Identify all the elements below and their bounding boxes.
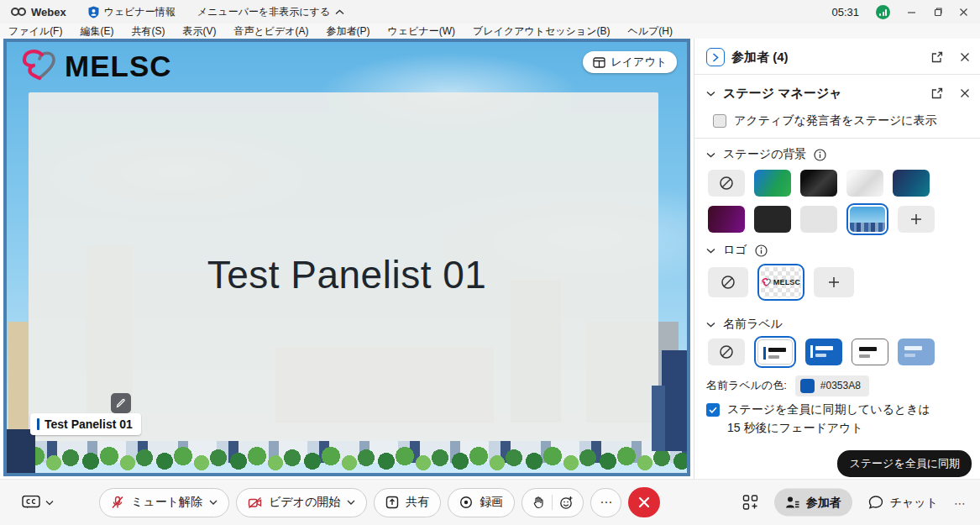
name-label-none-swatch[interactable] [708,339,745,365]
chevron-down-icon[interactable] [706,152,715,158]
share-screen-icon [385,496,399,509]
background-none-swatch[interactable] [708,170,745,197]
apps-button[interactable] [742,495,758,511]
hide-menubar-button[interactable]: メニューバーを非表示にする [197,5,344,19]
chevron-right-icon [712,53,719,62]
add-logo-button[interactable] [814,267,854,297]
minimize-button[interactable] [907,8,916,17]
active-speaker-label: アクティブな発言者をステージに表示 [734,113,937,129]
record-button[interactable]: 録画 [448,488,515,517]
none-icon [719,176,734,191]
label-color-chip [800,379,815,393]
plus-icon [828,276,840,288]
chat-button[interactable]: チャット [868,495,938,510]
start-video-label: ビデオの開始 [269,495,340,510]
background-white-swatch[interactable] [846,170,883,197]
close-panel-button[interactable] [960,52,970,62]
background-black-swatch[interactable] [800,170,837,197]
menu-participants[interactable]: 参加者(P) [327,24,370,39]
pencil-icon [116,398,126,408]
skyline-foreground [7,434,687,473]
info-icon[interactable] [755,244,768,257]
logo-melsc-swatch-selected[interactable]: MELSC [757,264,804,301]
melsc-heart-icon [20,49,59,84]
webinar-info-label: ウェビナー情報 [104,5,176,19]
menu-audio-video[interactable]: 音声とビデオ(A) [233,24,308,39]
chevron-down-icon [347,500,355,505]
main-area: Test Panelist 01 MELSC レイアウト Test Paneli… [0,39,980,479]
chevron-down-icon[interactable] [706,322,715,328]
stage-brand-logo: MELSC [20,49,172,84]
label-color-caption: 名前ラベルの色: [706,378,787,393]
sync-fade-label-line1: ステージを全員に同期しているときは [727,402,930,417]
collapse-panel-button[interactable] [706,48,725,66]
leave-meeting-button[interactable] [628,487,660,517]
chat-bubble-icon [868,496,883,510]
menu-edit[interactable]: 編集(E) [80,24,113,39]
menu-share[interactable]: 共有(S) [131,24,165,39]
menu-file[interactable]: ファイル(F) [8,24,62,39]
more-panels-button[interactable]: ⋯ [954,496,967,509]
participants-toggle-button[interactable]: 参加者 [774,489,852,517]
mic-muted-icon [111,496,124,509]
layout-icon [593,57,605,68]
name-label-style4-swatch[interactable] [898,339,935,365]
none-icon [719,344,734,360]
unmute-button[interactable]: ミュート解除 [99,488,229,517]
background-purple-swatch[interactable] [708,206,745,233]
menu-help[interactable]: ヘルプ(H) [627,24,673,39]
menu-view[interactable]: 表示(V) [182,24,216,39]
webex-label: Webex [31,6,66,18]
maximize-button[interactable] [933,8,942,17]
plus-icon [910,213,922,225]
name-label-style1-swatch-selected[interactable] [754,336,796,368]
webex-infinity-icon [10,7,27,17]
popout-stage-manager-button[interactable] [931,87,943,99]
close-window-button[interactable] [959,8,968,17]
unmute-label: ミュート解除 [131,495,202,510]
sync-stage-button[interactable]: ステージを全員に同期 [837,450,972,477]
reactions-button[interactable] [521,488,584,517]
connection-quality-icon[interactable] [876,5,890,19]
menu-breakout[interactable]: ブレイクアウトセッション(B) [473,24,610,39]
layout-button[interactable]: レイアウト [583,51,677,73]
logo-section-title: ロゴ [723,243,747,258]
camera-off-icon [248,496,262,509]
close-stage-manager-button[interactable] [960,88,970,98]
logo-none-swatch[interactable] [708,267,748,297]
sync-fade-checkbox[interactable] [706,403,720,417]
start-video-button[interactable]: ビデオの開始 [236,488,367,517]
more-options-button[interactable]: ⋯ [590,488,621,517]
window-titlebar: Webex ウェビナー情報 メニューバーを非表示にする 05:31 [0,0,980,24]
menu-bar: ファイル(F) 編集(E) 共有(S) 表示(V) 音声とビデオ(A) 参加者(… [0,24,980,39]
stage-brand-text: MELSC [65,50,172,83]
label-color-value: #0353A8 [820,380,861,391]
layout-button-label: レイアウト [611,55,667,70]
share-button[interactable]: 共有 [374,488,441,517]
background-gray-swatch[interactable] [800,206,837,233]
chevron-down-icon[interactable] [706,91,715,97]
webinar-info-button[interactable]: ウェビナー情報 [88,5,176,19]
add-background-button[interactable] [898,206,935,233]
background-green-blue-swatch[interactable] [754,170,791,197]
participants-panel-title: 参加者 (4) [731,50,789,66]
active-speaker-checkbox[interactable] [713,114,726,128]
edit-name-label-button[interactable] [111,393,131,413]
background-section-title: ステージの背景 [723,147,806,162]
menu-webinar[interactable]: ウェビナー(W) [388,24,455,39]
background-city-swatch-selected[interactable] [846,203,888,235]
closed-captions-button[interactable] [22,496,54,510]
chevron-down-icon [209,500,217,505]
popout-panel-button[interactable] [931,51,943,63]
more-icon: ⋯ [600,495,612,510]
webex-logo: Webex [10,6,66,18]
info-icon[interactable] [814,149,826,161]
background-teal-swatch[interactable] [893,170,930,197]
chevron-down-icon[interactable] [706,248,715,254]
chat-label: チャット [890,495,938,510]
chevron-up-icon [335,9,344,15]
name-label-style3-swatch[interactable] [852,339,888,365]
name-label-style2-swatch[interactable] [805,339,842,365]
background-charcoal-swatch[interactable] [754,206,791,233]
label-color-picker[interactable]: #0353A8 [795,375,869,396]
